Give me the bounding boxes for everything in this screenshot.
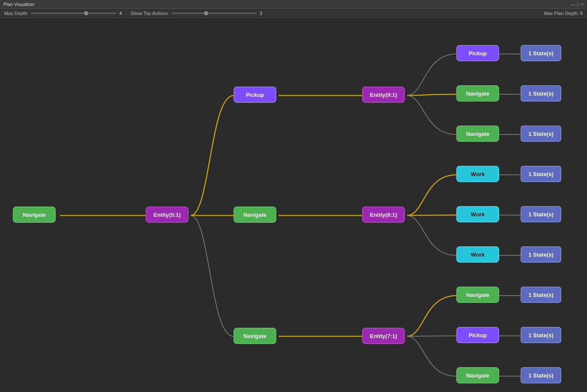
controls-bar: Max Depth: 4 Show Top Actions: 3 Max Pla… bbox=[0, 9, 587, 18]
node-entity-5-1[interactable]: Entity(5:1) bbox=[146, 206, 189, 223]
node-state-1[interactable]: 1 State(s) bbox=[521, 45, 561, 61]
node-navigate-e7-2[interactable]: Navigate bbox=[456, 367, 499, 383]
node-pickup-1[interactable]: Pickup bbox=[234, 87, 276, 103]
node-state-8[interactable]: 1 State(s) bbox=[521, 327, 561, 343]
node-navigate-bot[interactable]: Navigate bbox=[234, 328, 276, 344]
app-title: Plan Visualizer bbox=[3, 2, 35, 7]
node-pickup-top[interactable]: Pickup bbox=[456, 45, 499, 61]
top-actions-slider[interactable] bbox=[171, 12, 257, 14]
window-controls[interactable]: — □ × bbox=[571, 2, 584, 7]
node-state-2[interactable]: 1 State(s) bbox=[521, 85, 561, 102]
node-state-6[interactable]: 1 State(s) bbox=[521, 246, 561, 263]
node-state-5[interactable]: 1 State(s) bbox=[521, 206, 561, 222]
top-actions-control: Show Top Actions: 3 bbox=[130, 11, 262, 16]
max-depth-thumb[interactable] bbox=[84, 11, 88, 15]
max-depth-label: Max Depth: bbox=[4, 11, 28, 16]
node-work-e8-3[interactable]: Work bbox=[456, 246, 499, 263]
top-actions-value: 3 bbox=[260, 11, 262, 16]
top-actions-label: Show Top Actions: bbox=[130, 11, 169, 16]
node-entity-9-1[interactable]: Entity(9:1) bbox=[362, 87, 405, 103]
node-state-3[interactable]: 1 State(s) bbox=[521, 126, 561, 142]
node-entity-8-1[interactable]: Entity(8:1) bbox=[362, 206, 405, 223]
node-work-e8-1[interactable]: Work bbox=[456, 166, 499, 182]
node-entity-7-1[interactable]: Entity(7:1) bbox=[362, 328, 405, 344]
node-state-9[interactable]: 1 State(s) bbox=[521, 367, 561, 383]
max-plan-depth-label: Max Plan Depth: 8 bbox=[544, 11, 583, 16]
node-state-4[interactable]: 1 State(s) bbox=[521, 166, 561, 182]
node-navigate-e7-1[interactable]: Navigate bbox=[456, 287, 499, 303]
node-pickup-e7[interactable]: Pickup bbox=[456, 327, 499, 343]
node-navigate-e9-2[interactable]: Navigate bbox=[456, 126, 499, 142]
max-depth-slider[interactable] bbox=[31, 12, 117, 14]
max-depth-value: 4 bbox=[119, 11, 122, 16]
node-navigate-mid[interactable]: Navigate bbox=[234, 206, 276, 223]
title-bar: Plan Visualizer — □ × bbox=[0, 0, 587, 9]
node-work-e8-2[interactable]: Work bbox=[456, 206, 499, 222]
node-state-7[interactable]: 1 State(s) bbox=[521, 287, 561, 303]
node-navigate-e9-1[interactable]: Navigate bbox=[456, 85, 499, 102]
node-navigate-root[interactable]: Navigate bbox=[13, 206, 56, 223]
plan-canvas: NavigateEntity(5:1)PickupNavigateNavigat… bbox=[0, 18, 587, 392]
top-actions-thumb[interactable] bbox=[204, 11, 208, 15]
max-depth-control: Max Depth: 4 bbox=[4, 11, 122, 16]
